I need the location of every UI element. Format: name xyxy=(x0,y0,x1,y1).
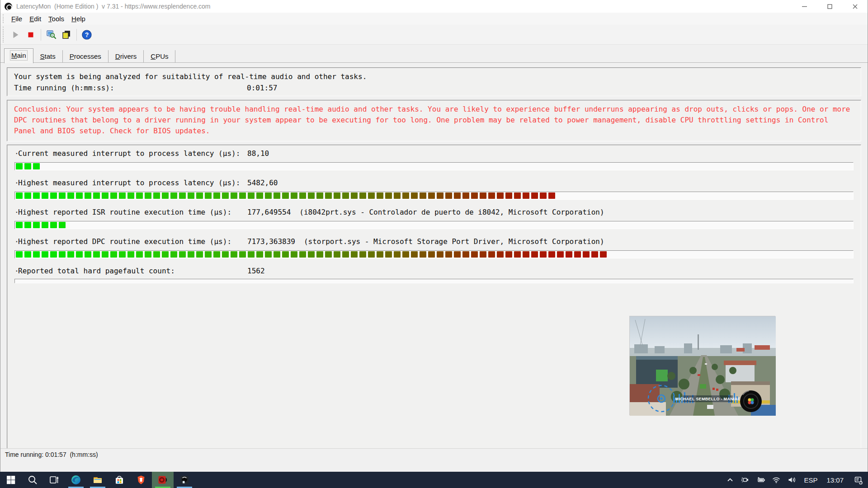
metric-value: 1562 xyxy=(247,267,265,275)
taskbar-app-store[interactable] xyxy=(108,472,130,488)
help-icon[interactable]: ? xyxy=(79,28,94,42)
wifi-icon[interactable] xyxy=(769,472,784,488)
metric-label: Current measured interrupt to process la… xyxy=(18,149,247,158)
latency-bar xyxy=(14,192,854,200)
action-center-icon[interactable] xyxy=(848,472,868,488)
latency-bar xyxy=(14,279,854,283)
screen-record-icon[interactable] xyxy=(738,472,753,488)
main-page: Your system is being analyzed for suitab… xyxy=(0,63,868,460)
metric-label: Highest reported DPC routine execution t… xyxy=(18,237,247,246)
taskbar-app-recorder[interactable] xyxy=(174,472,195,488)
time-running-value: 0:01:57 xyxy=(247,84,277,92)
window-title: LatencyMon (Home Edition ) v 7.31 - http… xyxy=(16,3,211,10)
metric-driver-detail: (storport.sys - Microsoft Storage Port D… xyxy=(304,237,604,246)
metric-value: 5482,60 xyxy=(247,178,278,187)
toolbar-separator2 xyxy=(76,29,77,41)
metric-value: 177,649554 xyxy=(247,208,291,216)
search-icon[interactable] xyxy=(22,472,43,488)
vinyl-record-icon xyxy=(740,390,762,412)
windows-taskbar: ESP 13:07 xyxy=(0,472,868,488)
svg-text:?: ? xyxy=(85,31,89,38)
battery-charging-icon[interactable] xyxy=(753,472,769,488)
hidden-icons-chevron-icon[interactable] xyxy=(722,472,738,488)
conclusion-text: Conclusion: Your system appears to be ha… xyxy=(14,104,854,136)
metric-highest-latency: ·Highest measured interrupt to process l… xyxy=(14,178,854,204)
menu-help[interactable]: Help xyxy=(68,14,89,24)
language-indicator[interactable]: ESP xyxy=(799,472,822,488)
taskbar-app-latencymon[interactable] xyxy=(152,472,174,488)
close-button[interactable] xyxy=(842,0,868,13)
conclusion-box: Conclusion: Your system appears to be ha… xyxy=(7,100,861,141)
latencymon-app-icon xyxy=(5,3,12,10)
report-icon[interactable] xyxy=(59,28,74,42)
latencymon-window: LatencyMon (Home Edition ) v 7.31 - http… xyxy=(0,0,868,472)
metric-current-latency: ·Current measured interrupt to process l… xyxy=(14,149,854,175)
taskbar-app-file-explorer[interactable] xyxy=(87,472,108,488)
metric-isr-time: ·Highest reported ISR routine execution … xyxy=(14,208,854,234)
analyze-icon[interactable] xyxy=(43,28,59,42)
aerial-town-video: MICHAEL SEMBELLO - MANIAC xyxy=(630,316,776,416)
track-title-text: MICHAEL SEMBELLO - MANIAC xyxy=(675,397,741,401)
latency-bar xyxy=(14,250,854,258)
tab-cpus[interactable]: CPUs xyxy=(144,50,175,63)
metric-driver-detail: (i8042prt.sys - Controlador de puerto de… xyxy=(299,208,604,216)
status-time-running: Time running: 0:01:57 (h:mm:ss) xyxy=(5,451,98,458)
menu-bar: File Edit Tools Help xyxy=(0,13,868,25)
speaker-icon[interactable] xyxy=(784,472,799,488)
taskbar-app-brave[interactable] xyxy=(130,472,152,488)
task-view-icon[interactable] xyxy=(43,472,65,488)
toolbar: ? xyxy=(0,25,868,45)
tab-strip: Main Stats Processes Drivers CPUs xyxy=(0,45,868,63)
metric-dpc-time: ·Highest reported DPC routine execution … xyxy=(14,237,854,263)
metric-label: Highest measured interrupt to process la… xyxy=(18,178,247,187)
metric-label: Reported total hard pagefault count: xyxy=(18,267,247,275)
toolbar-grip xyxy=(3,14,4,23)
tab-processes[interactable]: Processes xyxy=(63,50,108,63)
status-bar: Time running: 0:01:57 (h:mm:ss) xyxy=(0,448,868,460)
tab-drivers[interactable]: Drivers xyxy=(108,50,144,63)
metric-pagefaults: ·Reported total hard pagefault count:156… xyxy=(14,267,854,292)
metric-value: 88,10 xyxy=(247,149,269,158)
clock[interactable]: 13:07 xyxy=(822,472,848,488)
toolbar-separator xyxy=(41,29,41,41)
latency-bar xyxy=(14,162,854,170)
start-button[interactable] xyxy=(0,472,22,488)
analysis-status-line: Your system is being analyzed for suitab… xyxy=(14,71,854,82)
system-tray: ESP 13:07 xyxy=(722,472,868,488)
metric-value: 7173,363839 xyxy=(247,237,295,246)
toolbar-grip2 xyxy=(3,27,4,42)
tab-main[interactable]: Main xyxy=(4,48,33,63)
titlebar: LatencyMon (Home Edition ) v 7.31 - http… xyxy=(0,0,868,13)
video-overlay-window[interactable]: MICHAEL SEMBELLO - MANIAC xyxy=(629,316,775,415)
metric-label: Highest reported ISR routine execution t… xyxy=(18,208,247,216)
maximize-button[interactable] xyxy=(817,0,842,13)
menu-file[interactable]: File xyxy=(8,14,26,24)
taskbar-app-edge[interactable] xyxy=(65,472,87,488)
play-icon[interactable] xyxy=(8,28,23,42)
time-running-label: Time running (h:mm:ss): xyxy=(14,82,247,94)
menu-tools[interactable]: Tools xyxy=(45,14,68,24)
analysis-status-box: Your system is being analyzed for suitab… xyxy=(7,67,861,96)
tab-stats[interactable]: Stats xyxy=(33,50,63,63)
stop-icon[interactable] xyxy=(23,28,38,42)
minimize-button[interactable] xyxy=(792,0,817,13)
menu-edit[interactable]: Edit xyxy=(26,14,45,24)
latency-bar xyxy=(14,221,854,229)
